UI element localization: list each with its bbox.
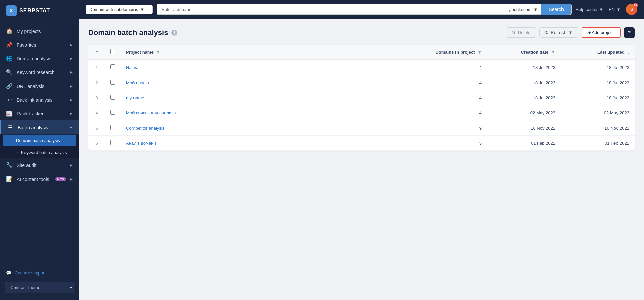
row-checkbox[interactable] bbox=[110, 140, 115, 145]
chevron-right-icon: ▶ bbox=[70, 57, 73, 60]
col-select-all[interactable] bbox=[105, 45, 121, 60]
table-row: 5 Competitor analysis 9 16 Nov 2022 16 N… bbox=[88, 120, 635, 136]
table-row: 2 Мой проект 4 18 Jul 2023 18 Jul 2023 bbox=[88, 75, 635, 90]
sidebar-item-domain-analysis[interactable]: 🌐 Domain analysis ▶ bbox=[0, 52, 79, 65]
row-project-name[interactable]: Мой список для анализа bbox=[121, 105, 427, 120]
sidebar-item-label: Backlink analysis bbox=[17, 97, 53, 103]
row-project-name[interactable]: Назва bbox=[121, 60, 427, 75]
col-project-name-label: Project name bbox=[126, 50, 154, 55]
page-title: Domain batch analysis bbox=[88, 28, 168, 37]
delete-button[interactable]: 🗑 Delete bbox=[506, 27, 536, 38]
search-engine-label: google.com bbox=[509, 7, 531, 12]
help-button[interactable]: ? bbox=[624, 27, 635, 38]
sort-updated-active-icon: ↓ bbox=[627, 50, 630, 55]
project-name-link[interactable]: my name bbox=[126, 95, 144, 100]
domain-type-select[interactable]: Domain with subdomains ▼ bbox=[86, 5, 153, 14]
search-button[interactable]: Search bbox=[541, 4, 571, 15]
row-checkbox[interactable] bbox=[110, 64, 115, 69]
refresh-chevron: ▼ bbox=[568, 30, 573, 35]
home-icon: 🏠 bbox=[6, 28, 13, 34]
row-checkbox[interactable] bbox=[110, 80, 115, 85]
sidebar-item-label: URL analysis bbox=[17, 84, 44, 89]
project-name-link[interactable]: Аналіз доменів bbox=[126, 141, 157, 146]
chevron-right-icon: ▶ bbox=[70, 177, 73, 181]
sidebar-item-domain-batch-analysis[interactable]: Domain batch analysis bbox=[3, 135, 76, 146]
row-domains: 4 bbox=[427, 60, 487, 75]
table-row: 6 Аналіз доменів 5 01 Feb 2022 01 Feb 20… bbox=[88, 136, 635, 151]
select-all-checkbox[interactable] bbox=[110, 49, 115, 54]
add-project-button[interactable]: + Add project bbox=[582, 27, 621, 38]
sidebar-item-url-analysis[interactable]: 🔗 URL analysis ▶ bbox=[0, 79, 79, 93]
logo[interactable]: S SERPSTAT bbox=[0, 0, 79, 21]
sidebar: S SERPSTAT 🏠 My projects 📌 Favorites ▶ 🌐… bbox=[0, 0, 79, 300]
sidebar-item-site-audit[interactable]: 🔧 Site audit ▶ bbox=[0, 158, 79, 172]
logo-icon: S bbox=[6, 5, 17, 16]
col-creation-date[interactable]: Creation date ▼ bbox=[487, 45, 561, 60]
header-actions: 🗑 Delete ↻ Refresh ▼ + Add project ? bbox=[506, 27, 635, 38]
col-domains[interactable]: Domains in project ▼ bbox=[427, 45, 487, 60]
row-checkbox-cell[interactable] bbox=[105, 75, 121, 90]
delete-icon: 🗑 bbox=[512, 30, 516, 35]
table-body: 1 Назва 4 18 Jul 2023 18 Jul 2023 2 Мой … bbox=[88, 60, 635, 151]
row-project-name[interactable]: Аналіз доменів bbox=[121, 136, 427, 151]
page-header: Domain batch analysis i 🗑 Delete ↻ Refre… bbox=[88, 27, 635, 38]
info-icon[interactable]: i bbox=[171, 30, 177, 36]
audit-icon: 🔧 bbox=[6, 162, 13, 168]
lang-select[interactable]: EN ▼ bbox=[609, 7, 621, 12]
row-checkbox-cell[interactable] bbox=[105, 136, 121, 151]
row-checkbox-cell[interactable] bbox=[105, 105, 121, 120]
chevron-right-icon: ▶ bbox=[70, 84, 73, 88]
project-name-link[interactable]: Мой проект bbox=[126, 80, 150, 85]
sidebar-item-label: Keyword research bbox=[17, 70, 55, 75]
avatar[interactable]: S 9+ bbox=[626, 4, 637, 15]
row-checkbox-cell[interactable] bbox=[105, 120, 121, 136]
contact-support-button[interactable]: 💬 Contact support bbox=[0, 267, 79, 279]
refresh-button[interactable]: ↻ Refresh ▼ bbox=[539, 27, 578, 38]
project-name-link[interactable]: Мой список для анализа bbox=[126, 110, 176, 115]
sidebar-item-my-projects[interactable]: 🏠 My projects bbox=[0, 24, 79, 38]
help-center-button[interactable]: Help center ▼ bbox=[576, 7, 603, 12]
chevron-right-icon: ▶ bbox=[70, 98, 73, 102]
row-last-updated: 01 Feb 2022 bbox=[561, 136, 635, 151]
col-project-name[interactable]: Project name ▼ bbox=[121, 45, 427, 60]
row-project-name[interactable]: my name bbox=[121, 90, 427, 105]
row-checkbox-cell[interactable] bbox=[105, 60, 121, 75]
row-creation-date: 18 Jul 2023 bbox=[487, 90, 561, 105]
support-icon: 💬 bbox=[6, 270, 11, 276]
col-updated-label: Last updated bbox=[597, 50, 625, 55]
sidebar-item-rank-tracker[interactable]: 📈 Rank tracker ▶ bbox=[0, 107, 79, 120]
row-num: 6 bbox=[88, 136, 105, 151]
row-num: 4 bbox=[88, 105, 105, 120]
row-project-name[interactable]: Мой проект bbox=[121, 75, 427, 90]
row-project-name[interactable]: Competitor analysis bbox=[121, 120, 427, 136]
theme-select[interactable]: Contrast theme Light theme Dark theme bbox=[5, 282, 74, 293]
link-icon: 🔗 bbox=[6, 83, 13, 89]
row-checkbox[interactable] bbox=[110, 95, 115, 100]
domain-input[interactable] bbox=[157, 4, 505, 15]
project-name-link[interactable]: Competitor analysis bbox=[126, 126, 164, 131]
sidebar-item-label: Domain analysis bbox=[17, 56, 51, 61]
chevron-right-icon: ▶ bbox=[70, 43, 73, 47]
refresh-icon: ↻ bbox=[545, 30, 549, 35]
search-engine-select[interactable]: google.com ▼ bbox=[505, 4, 541, 15]
pin-icon: 📌 bbox=[6, 42, 13, 48]
row-checkbox-cell[interactable] bbox=[105, 90, 121, 105]
project-name-link[interactable]: Назва bbox=[126, 65, 138, 70]
sidebar-item-ai-content[interactable]: 📝 AI content tools New ▶ bbox=[0, 172, 79, 186]
sidebar-item-batch-analysis[interactable]: ☰ Batch analysis ▼ bbox=[0, 120, 79, 134]
row-num: 2 bbox=[88, 75, 105, 90]
backlink-icon: ↩ bbox=[6, 97, 13, 103]
sidebar-item-keyword-research[interactable]: 🔍 Keyword research ▶ bbox=[0, 65, 79, 79]
sidebar-item-label: Batch analysis bbox=[18, 125, 48, 130]
col-last-updated[interactable]: Last updated ↓ bbox=[561, 45, 635, 60]
row-checkbox[interactable] bbox=[110, 110, 115, 115]
row-last-updated: 18 Jul 2023 bbox=[561, 75, 635, 90]
sidebar-item-label: Favorites bbox=[17, 42, 36, 48]
search-icon: 🔍 bbox=[6, 69, 13, 76]
sidebar-item-keyword-batch-analysis[interactable]: • Keyword batch analysis bbox=[0, 147, 79, 158]
row-num: 3 bbox=[88, 90, 105, 105]
row-last-updated: 18 Jul 2023 bbox=[561, 60, 635, 75]
row-checkbox[interactable] bbox=[110, 125, 115, 130]
sidebar-item-backlink-analysis[interactable]: ↩ Backlink analysis ▶ bbox=[0, 93, 79, 107]
sidebar-item-favorites[interactable]: 📌 Favorites ▶ bbox=[0, 38, 79, 52]
